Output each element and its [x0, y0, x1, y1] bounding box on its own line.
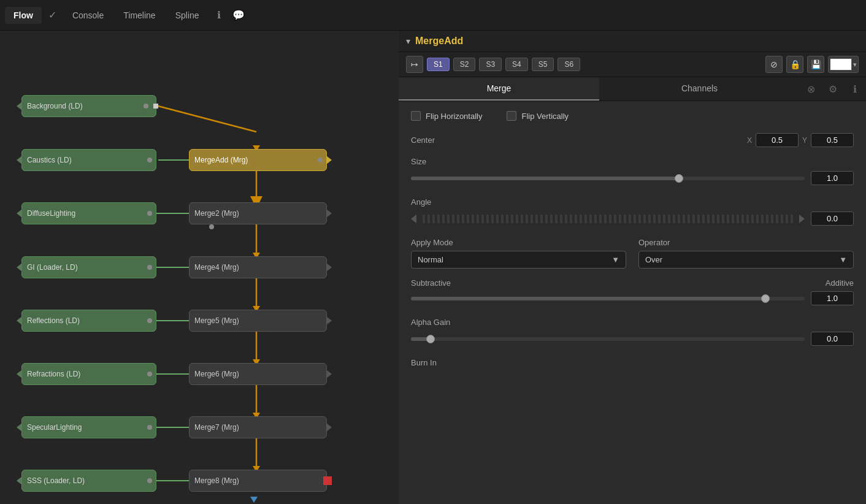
s4-button[interactable]: S4 — [505, 58, 528, 71]
tab-channels[interactable]: Channels — [599, 77, 800, 101]
alpha-gain-value-input[interactable] — [811, 332, 854, 346]
s1-button[interactable]: S1 — [427, 58, 450, 71]
comment-icon[interactable]: 💬 — [230, 7, 247, 24]
size-slider-track[interactable] — [411, 177, 805, 180]
chevron-down-icon: ▾ — [853, 61, 857, 69]
rp-title: MergeAdd — [415, 36, 463, 47]
operator-arrow: ▼ — [839, 255, 847, 264]
additive-slider-thumb[interactable] — [761, 294, 770, 303]
lock-button[interactable]: 🔒 — [786, 56, 803, 73]
angle-value-input[interactable] — [811, 212, 854, 226]
tab-bar: Flow ✓ Console Timeline Spline ℹ 💬 — [0, 0, 866, 31]
info-icon[interactable]: ℹ — [210, 7, 228, 24]
alpha-gain-slider-track[interactable] — [411, 337, 805, 341]
node-arrow-right-merge7 — [326, 423, 332, 432]
slash-circle-icon: ⊘ — [770, 59, 778, 69]
node-mergeadd[interactable]: MergeAdd (Mrg) — [189, 149, 327, 171]
node-merge2[interactable]: Merge2 (Mrg) — [189, 202, 327, 224]
node-specular[interactable]: SpecularLighting — [21, 416, 156, 438]
rp-content: Flip Horizontally Flip Vertically Center… — [399, 101, 866, 504]
angle-section: Angle — [411, 197, 854, 226]
node-diffuse[interactable]: DiffuseLighting — [21, 202, 156, 224]
flip-vertically-checkbox[interactable] — [507, 111, 516, 121]
color-preview-button[interactable]: ▾ — [828, 56, 859, 73]
node-reflections[interactable]: Reflections (LD) — [21, 310, 156, 332]
size-value-input[interactable] — [811, 171, 854, 185]
mask-tab-icon[interactable]: ⊗ — [800, 77, 822, 101]
flip-horizontally-checkbox[interactable] — [411, 111, 421, 121]
node-dot-specular — [147, 425, 152, 430]
node-label-reflections: Reflections (LD) — [27, 316, 80, 325]
main-content: Background (LD) Caustics (LD) MergeAdd (… — [0, 31, 866, 504]
node-label-merge2: Merge2 (Mrg) — [194, 209, 239, 218]
info-tab-icon[interactable]: ℹ — [844, 77, 866, 101]
apply-mode-select[interactable]: Normal ▼ — [411, 251, 626, 269]
node-dot-bg — [144, 104, 148, 109]
alpha-gain-slider-row — [411, 332, 854, 346]
node-gi[interactable]: GI (Loader, LD) — [21, 256, 156, 278]
settings-tab-icon[interactable]: ⚙ — [822, 77, 844, 101]
node-dot-diffuse — [147, 211, 152, 216]
node-merge8[interactable]: Merge8 (Mrg) — [189, 470, 327, 492]
save-icon: 💾 — [811, 59, 821, 69]
s2-button[interactable]: S2 — [453, 58, 476, 71]
center-row: Center X Y — [411, 133, 854, 147]
mask-icon: ⊗ — [807, 83, 815, 95]
svg-line-0 — [158, 106, 256, 132]
alpha-gain-slider-thumb[interactable] — [426, 335, 435, 343]
center-y-input[interactable] — [811, 133, 854, 147]
rp-header: ▾ MergeAdd — [399, 31, 866, 52]
angle-arrow-left[interactable] — [411, 215, 416, 223]
operator-select[interactable]: Over ▼ — [638, 251, 854, 269]
pin-button[interactable]: ↦ — [406, 56, 423, 73]
node-red-square-merge8 — [323, 476, 332, 485]
apply-mode-group: Apply Mode Normal ▼ — [411, 238, 626, 269]
color-preview — [830, 58, 852, 71]
size-slider-thumb[interactable] — [675, 174, 683, 183]
node-arrow-left-bg — [17, 102, 22, 110]
node-dot-reflections — [147, 318, 152, 323]
additive-slider-track[interactable] — [411, 297, 805, 300]
s3-button[interactable]: S3 — [479, 58, 502, 71]
node-refractions[interactable]: Refractions (LD) — [21, 363, 156, 385]
tab-spline[interactable]: Spline — [167, 7, 208, 24]
node-merge6[interactable]: Merge6 (Mrg) — [189, 363, 327, 385]
tab-console[interactable]: Console — [64, 7, 112, 24]
apply-mode-value: Normal — [418, 255, 443, 264]
additive-value-input[interactable] — [811, 291, 854, 305]
collapse-button[interactable]: ▾ — [406, 36, 410, 46]
tab-merge[interactable]: Merge — [399, 77, 599, 101]
operator-value: Over — [645, 255, 662, 264]
tab-timeline[interactable]: Timeline — [115, 7, 164, 24]
s6-button[interactable]: S6 — [558, 58, 580, 71]
flow-panel: Background (LD) Caustics (LD) MergeAdd (… — [0, 31, 399, 504]
node-background[interactable]: Background (LD) — [21, 95, 156, 117]
node-merge7[interactable]: Merge7 (Mrg) — [189, 416, 327, 438]
node-sss[interactable]: SSS (Loader, LD) — [21, 470, 156, 492]
node-arrow-left-gi — [17, 263, 22, 272]
s5-button[interactable]: S5 — [532, 58, 554, 71]
node-dot-mergeadd-right — [318, 158, 323, 162]
slash-circle-button[interactable]: ⊘ — [765, 56, 783, 73]
save-button[interactable]: 💾 — [807, 56, 824, 73]
node-graph[interactable]: Background (LD) Caustics (LD) MergeAdd (… — [0, 31, 399, 504]
node-caustics[interactable]: Caustics (LD) — [21, 149, 156, 171]
node-merge4[interactable]: Merge4 (Mrg) — [189, 256, 327, 278]
info-tab-icon-symbol: ℹ — [853, 83, 857, 95]
operator-group: Operator Over ▼ — [638, 238, 854, 269]
center-label: Center — [411, 136, 460, 145]
tab-flow[interactable]: Flow — [5, 7, 42, 24]
check-icon: ✓ — [44, 7, 61, 24]
flip-vertically-label[interactable]: Flip Vertically — [507, 111, 569, 121]
angle-arrow-right[interactable] — [799, 215, 805, 223]
center-y-label: Y — [802, 136, 807, 145]
flip-horizontally-label[interactable]: Flip Horizontally — [411, 111, 482, 121]
node-dot-refractions — [147, 372, 152, 376]
node-dot-gi — [147, 265, 152, 270]
pin-icon: ↦ — [411, 59, 418, 69]
angle-slider-track[interactable] — [423, 215, 793, 223]
node-merge5[interactable]: Merge5 (Mrg) — [189, 310, 327, 332]
center-x-input[interactable] — [756, 133, 799, 147]
node-label-caustics: Caustics (LD) — [27, 156, 72, 164]
node-arrow-left-reflections — [17, 316, 22, 325]
